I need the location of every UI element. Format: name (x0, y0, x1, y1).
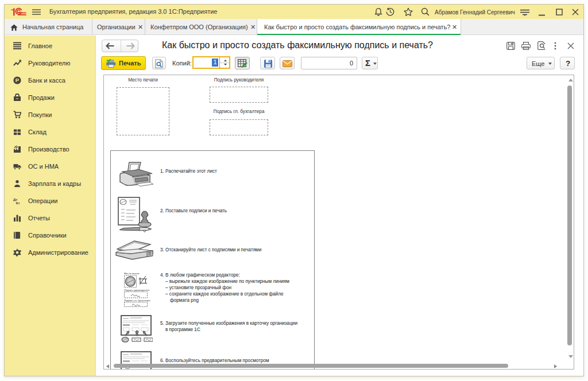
svg-text:Подпись руководителя: Подпись руководителя (124, 289, 149, 291)
svg-text:Место печати: Место печати (124, 272, 140, 275)
svg-text:Подпись гл. бухгалтера: Подпись гл. бухгалтера (124, 299, 150, 302)
svg-text:Р: Р (16, 77, 20, 83)
svg-text:Кт: Кт (16, 201, 20, 205)
